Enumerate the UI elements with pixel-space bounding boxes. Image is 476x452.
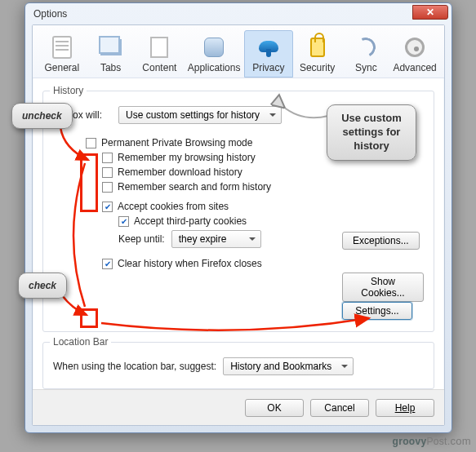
advanced-icon [403, 36, 426, 59]
suggest-select[interactable]: History and Bookmarks [223, 357, 354, 375]
keep-until-select[interactable]: they expire [171, 230, 261, 248]
tab-content[interactable]: Content [136, 30, 185, 78]
ppb-label: Permanent Private Browsing mode [101, 137, 252, 148]
history-mode-select[interactable]: Use custom settings for history [118, 106, 282, 124]
clear-on-close-checkbox[interactable] [102, 259, 113, 269]
tab-strip: General Tabs Content Applications Privac… [33, 25, 444, 78]
keep-until-label: Keep until: [118, 233, 165, 245]
show-cookies-button[interactable]: Show Cookies... [342, 273, 424, 302]
general-icon [51, 36, 73, 59]
tab-privacy[interactable]: Privacy [244, 30, 293, 78]
remember-download-checkbox[interactable] [102, 167, 113, 178]
tab-applications[interactable]: Applications [184, 30, 244, 78]
cancel-button[interactable]: Cancel [310, 399, 369, 417]
ppb-checkbox[interactable] [86, 138, 96, 148]
suggest-label: When using the location bar, suggest: [53, 361, 216, 372]
tab-tabs[interactable]: Tabs [87, 30, 136, 78]
remember-browsing-checkbox[interactable] [102, 153, 113, 163]
accept-cookies-checkbox[interactable] [102, 202, 113, 212]
accept-cookies-label: Accept cookies from sites [118, 201, 229, 212]
locationbar-group: Location Bar When using the location bar… [42, 342, 434, 389]
tabs-icon [100, 36, 122, 59]
security-icon [306, 36, 329, 59]
options-window: Options ✕ General Tabs Content [24, 2, 452, 433]
tab-sync[interactable]: Sync [341, 30, 390, 78]
close-button[interactable]: ✕ [412, 5, 448, 20]
remember-download-label: Remember download history [118, 166, 242, 178]
history-group: History Firefox will: Use custom setting… [42, 91, 434, 332]
window-title: Options [33, 8, 412, 20]
privacy-pane: History Firefox will: Use custom setting… [33, 82, 444, 389]
watermark: groovyPost.com [393, 435, 471, 447]
locationbar-group-title: Location Bar [50, 336, 111, 348]
content-icon [148, 36, 171, 59]
applications-icon [202, 36, 225, 59]
remember-form-checkbox[interactable] [102, 182, 113, 193]
privacy-icon [257, 36, 280, 59]
tab-general[interactable]: General [38, 30, 87, 78]
clear-on-close-label: Clear history when Firefox closes [118, 258, 262, 269]
dialog-footer: OK Cancel Help [33, 389, 444, 425]
accept-third-party-checkbox[interactable] [118, 216, 129, 227]
close-icon: ✕ [426, 7, 434, 18]
sync-icon [354, 36, 377, 59]
accept-third-party-label: Accept third-party cookies [134, 215, 247, 227]
window-body: General Tabs Content Applications Privac… [32, 24, 445, 426]
titlebar[interactable]: Options ✕ [25, 3, 452, 24]
tab-advanced[interactable]: Advanced [390, 30, 439, 78]
settings-button[interactable]: Settings... [342, 302, 412, 320]
firefox-will-label: Firefox will: [53, 109, 118, 121]
ok-button[interactable]: OK [245, 399, 304, 417]
history-group-title: History [50, 85, 87, 96]
help-button[interactable]: Help [376, 399, 434, 417]
remember-form-label: Remember search and form history [118, 181, 271, 193]
exceptions-button[interactable]: Exceptions... [342, 232, 420, 250]
remember-browsing-label: Remember my browsing history [118, 152, 256, 163]
tab-security[interactable]: Security [293, 30, 342, 78]
